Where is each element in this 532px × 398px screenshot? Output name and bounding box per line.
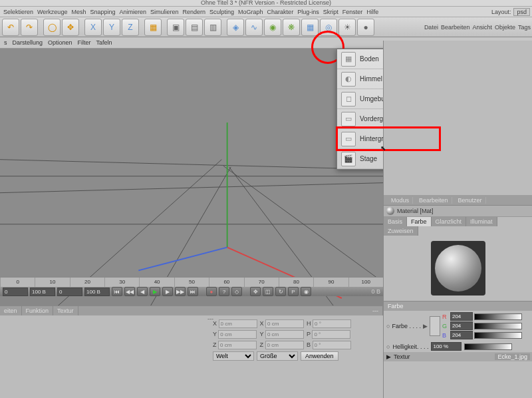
deformer-icon[interactable]: ❋ bbox=[283, 19, 300, 36]
pos-z-field[interactable] bbox=[218, 341, 257, 349]
pos-y-field[interactable] bbox=[218, 330, 257, 339]
size-y-field[interactable] bbox=[265, 330, 304, 339]
texture-filename[interactable]: Ecke_1.jpg bbox=[495, 353, 530, 360]
select-icon[interactable]: ◯ bbox=[43, 19, 61, 36]
render-view-icon[interactable]: ▣ bbox=[167, 19, 184, 36]
cube-icon[interactable]: ▦ bbox=[144, 19, 162, 36]
mtab-glanzlicht[interactable]: Glanzlicht bbox=[432, 217, 467, 226]
menu-mograph[interactable]: MoGraph bbox=[237, 9, 265, 15]
step-back-icon[interactable]: ◀◀ bbox=[124, 287, 135, 296]
tab-benutzer[interactable]: Benutzer bbox=[455, 197, 486, 204]
slider-g[interactable] bbox=[474, 323, 522, 329]
rmenu-objekte[interactable]: Objekte bbox=[495, 24, 515, 31]
size-x-field[interactable] bbox=[265, 319, 304, 328]
slider-b[interactable] bbox=[474, 332, 522, 339]
color-swatch[interactable] bbox=[430, 316, 440, 336]
goto-end-icon[interactable]: ⏭ bbox=[188, 287, 198, 296]
menu-fenster[interactable]: Fenster bbox=[341, 9, 364, 15]
move-icon[interactable]: ✥ bbox=[62, 19, 79, 36]
rot-b-field[interactable] bbox=[313, 341, 351, 349]
rmenu-tags[interactable]: Tags bbox=[518, 24, 531, 31]
key-pla-icon[interactable]: ◉ bbox=[301, 287, 311, 296]
key-icon[interactable]: ◇ bbox=[231, 287, 242, 296]
redo-icon[interactable]: ↷ bbox=[21, 19, 38, 36]
key-rot-icon[interactable]: ↻ bbox=[275, 287, 286, 296]
slider-brightness[interactable] bbox=[464, 343, 512, 350]
key-scale-icon[interactable]: ◫ bbox=[263, 287, 273, 296]
render-queue-icon[interactable]: ▥ bbox=[204, 19, 221, 36]
rot-h-field[interactable] bbox=[313, 319, 351, 328]
coord-space-select[interactable]: Welt bbox=[213, 351, 254, 361]
prev-frame-icon[interactable]: ◀ bbox=[137, 287, 148, 296]
timeline: 0 10 20 30 40 50 60 70 80 90 100 ⏮ ◀◀ ◀ … bbox=[0, 277, 383, 296]
layout-select[interactable]: psd bbox=[513, 8, 530, 16]
color-r-field[interactable] bbox=[450, 312, 473, 321]
record-icon[interactable]: ● bbox=[206, 287, 217, 296]
rot-p-field[interactable] bbox=[312, 330, 350, 339]
dash-left: --- bbox=[368, 306, 383, 315]
menu-selektieren[interactable]: Selektieren bbox=[2, 9, 35, 15]
menu-snapping[interactable]: Snapping bbox=[88, 9, 116, 15]
next-frame-icon[interactable]: ▶ bbox=[162, 287, 173, 296]
spline-icon[interactable]: ∿ bbox=[245, 19, 263, 36]
render-settings-icon[interactable]: ▤ bbox=[186, 19, 203, 36]
light-icon[interactable]: ☀ bbox=[338, 19, 356, 36]
size-z-field[interactable] bbox=[265, 341, 304, 349]
menu-werkzeuge[interactable]: Werkzeuge bbox=[36, 9, 68, 15]
menu-sculpting[interactable]: Sculpting bbox=[208, 9, 235, 15]
sub-optionen[interactable]: Optionen bbox=[48, 39, 72, 46]
pos-x-field[interactable] bbox=[219, 319, 257, 328]
mtab-illumination[interactable]: Illuminat bbox=[466, 217, 497, 226]
autokey-icon[interactable]: ? bbox=[219, 287, 229, 296]
time-range-field[interactable] bbox=[84, 288, 110, 296]
mtab-farbe[interactable]: Farbe bbox=[407, 217, 432, 226]
environment-dropdown-icon[interactable]: ▦ bbox=[301, 19, 319, 36]
time-cur-field[interactable] bbox=[57, 288, 82, 296]
time-start-field[interactable] bbox=[3, 288, 28, 296]
btab-eiten[interactable]: eiten bbox=[0, 306, 22, 315]
menu-rendern[interactable]: Rendern bbox=[182, 9, 207, 15]
apply-button[interactable]: Anwenden bbox=[301, 351, 338, 361]
menu-hilfe[interactable]: Hilfe bbox=[365, 9, 380, 15]
axis-y-icon[interactable]: Y bbox=[103, 19, 120, 36]
color-b-field[interactable] bbox=[450, 331, 473, 339]
sphere-icon[interactable]: ● bbox=[357, 19, 374, 36]
primitive-icon[interactable]: ◈ bbox=[227, 19, 244, 36]
generator-icon[interactable]: ◉ bbox=[264, 19, 281, 36]
btab-textur[interactable]: Textur bbox=[53, 306, 78, 315]
rmenu-ansicht[interactable]: Ansicht bbox=[472, 24, 492, 31]
axis-x-icon[interactable]: X bbox=[84, 19, 102, 36]
menu-charakter[interactable]: Charakter bbox=[266, 9, 295, 15]
sub-darstellung[interactable]: Darstellung bbox=[13, 39, 43, 46]
menu-simulieren[interactable]: Simulieren bbox=[149, 9, 180, 15]
tab-bearbeiten[interactable]: Bearbeiten bbox=[416, 197, 452, 204]
step-fwd-icon[interactable]: ▶▶ bbox=[175, 287, 186, 296]
menu-mesh[interactable]: Mesh bbox=[70, 9, 87, 15]
window-title: Ohne Titel 3 * (NFR Version - Restricted… bbox=[0, 0, 532, 7]
key-param-icon[interactable]: P bbox=[288, 287, 299, 296]
slider-r[interactable] bbox=[474, 313, 522, 320]
time-end-field[interactable] bbox=[30, 288, 55, 296]
rmenu-datei[interactable]: Datei bbox=[424, 24, 438, 31]
axis-z-icon[interactable]: Z bbox=[122, 19, 139, 36]
undo-icon[interactable]: ↶ bbox=[2, 19, 19, 36]
btab-funktion[interactable]: Funktion bbox=[22, 306, 54, 315]
menu-plugins[interactable]: Plug-ins bbox=[296, 9, 321, 15]
mtab-zuweisen[interactable]: Zuweisen bbox=[384, 226, 418, 236]
sub-s[interactable]: s bbox=[4, 39, 7, 46]
play-icon[interactable]: ▶ bbox=[150, 287, 160, 296]
camera-icon[interactable]: ◎ bbox=[320, 19, 337, 36]
goto-start-icon[interactable]: ⏮ bbox=[112, 287, 122, 296]
key-pos-icon[interactable]: ✥ bbox=[250, 287, 261, 296]
brightness-field[interactable] bbox=[431, 342, 462, 351]
tab-modus[interactable]: Modus bbox=[388, 197, 413, 204]
menu-animieren[interactable]: Animieren bbox=[118, 9, 148, 15]
color-g-field[interactable] bbox=[450, 321, 473, 330]
mtab-basis[interactable]: Basis bbox=[384, 217, 407, 226]
coord-size-select[interactable]: Größe bbox=[257, 351, 298, 361]
sub-tafeln[interactable]: Tafeln bbox=[96, 39, 112, 46]
tick: 30 bbox=[104, 278, 139, 287]
sub-filter[interactable]: Filter bbox=[78, 39, 91, 46]
rmenu-bearbeiten[interactable]: Bearbeiten bbox=[441, 24, 470, 31]
menu-skript[interactable]: Skript bbox=[322, 9, 340, 15]
